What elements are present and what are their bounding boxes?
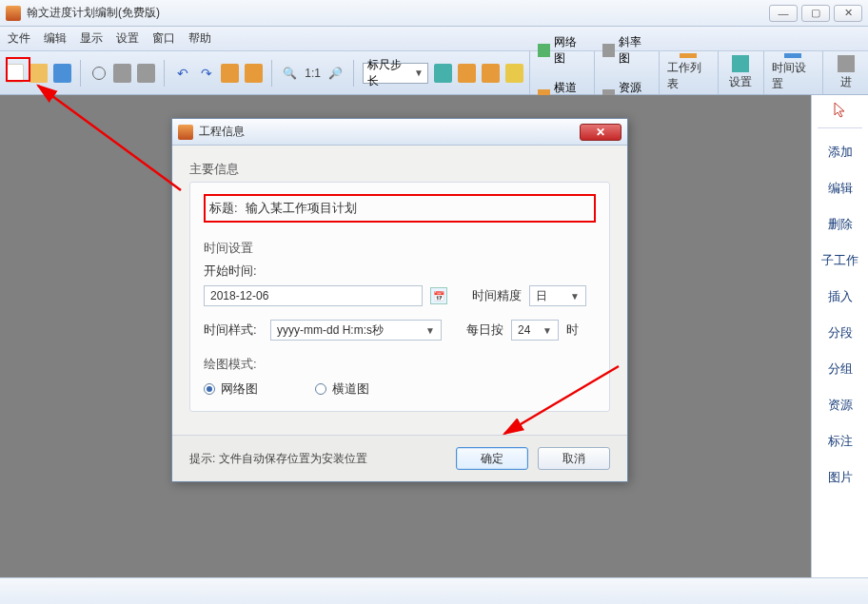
dialog-icon (178, 125, 193, 140)
label-precision: 时间精度 (472, 287, 522, 304)
start-date-value: 2018-12-06 (210, 289, 268, 302)
ok-button[interactable]: 确定 (456, 447, 528, 470)
window-titlebar: 翰文进度计划编制(免费版) — ▢ ✕ (0, 0, 868, 27)
side-insert[interactable]: 插入 (812, 283, 868, 311)
menu-edit[interactable]: 编辑 (44, 30, 67, 47)
section-draw: 绘图模式: (204, 356, 596, 373)
chart-group: 斜率图 资源图 (594, 51, 659, 94)
cancel-button[interactable]: 取消 (538, 447, 610, 470)
start-date-input[interactable]: 2018-12-06 (204, 285, 423, 306)
tool-a-button[interactable] (221, 64, 239, 83)
link-a-button[interactable] (434, 64, 452, 83)
link-c-button[interactable] (482, 64, 500, 83)
ruler-label: 标尺步长 (367, 57, 410, 89)
side-edit[interactable]: 编辑 (812, 174, 868, 203)
dialog-hint: 提示: 文件自动保存位置为安装位置 (189, 451, 446, 467)
view-network[interactable]: 网络图 (554, 34, 586, 67)
side-subtask[interactable]: 子工作 (812, 246, 868, 275)
radio-gantt[interactable]: 横道图 (315, 380, 369, 398)
side-toolbar: 添加 编辑 删除 子工作 插入 分段 分组 资源 标注 图片 (811, 95, 868, 577)
clock-icon (784, 53, 801, 58)
separator (164, 60, 165, 87)
label-daily: 每日按 (466, 321, 503, 339)
dropdown-icon: ▼ (542, 325, 552, 336)
app-icon (6, 6, 21, 21)
find-button[interactable] (245, 64, 263, 83)
search-button[interactable] (89, 64, 108, 83)
link-d-button[interactable] (505, 64, 523, 83)
more-tab[interactable]: 进 (822, 51, 868, 94)
link-b-button[interactable] (458, 64, 476, 83)
more-label: 进 (840, 74, 852, 90)
section-time: 时间设置 (204, 240, 596, 257)
precision-combo[interactable]: 日▼ (529, 285, 586, 306)
zoom-in-button[interactable]: 🔎 (326, 64, 345, 83)
time-format-combo[interactable]: yyyy-mm-dd H:m:s秒▼ (270, 320, 442, 341)
menu-bar: 文件 编辑 显示 设置 窗口 帮助 (0, 27, 868, 51)
restore-button[interactable]: ▢ (801, 5, 830, 22)
zoom-out-button[interactable]: 🔍 (281, 64, 299, 83)
open-file-button[interactable] (30, 64, 48, 83)
settings-tab[interactable]: 设置 (718, 51, 763, 94)
menu-view[interactable]: 显示 (80, 30, 103, 47)
menu-help[interactable]: 帮助 (188, 30, 211, 47)
daily-unit: 时 (566, 321, 579, 339)
worklist-tab[interactable]: 工作列表 (659, 51, 718, 94)
side-split[interactable]: 分段 (812, 319, 868, 347)
side-group[interactable]: 分组 (812, 355, 868, 383)
timesettings-tab[interactable]: 时间设置 (763, 51, 822, 94)
toolbar: ↶ ↷ 🔍 1:1 🔎 标尺步长 ▼ 网络图 横道图 斜率图 资源图 工作列表 … (0, 51, 868, 95)
section-main: 主要信息 (189, 161, 610, 178)
separator (271, 60, 272, 87)
statusbar (0, 577, 868, 604)
view-slope[interactable]: 斜率图 (619, 34, 651, 67)
label-title: 标题: (209, 200, 238, 217)
title-value: 输入某工作项目计划 (246, 200, 357, 217)
window-title: 翰文进度计划编制(免费版) (27, 5, 769, 21)
dropdown-icon: ▼ (425, 325, 435, 336)
dialog-titlebar[interactable]: 工程信息 ✕ (172, 119, 627, 146)
menu-window[interactable]: 窗口 (152, 30, 175, 47)
side-resource[interactable]: 资源 (812, 391, 868, 419)
side-image[interactable]: 图片 (812, 463, 868, 492)
ruler-step-combo[interactable]: 标尺步长 ▼ (363, 63, 428, 84)
network-icon (538, 44, 550, 57)
slope-icon (602, 44, 615, 57)
cursor-icon[interactable] (832, 101, 849, 118)
close-button[interactable]: ✕ (834, 5, 862, 22)
format-value: yyyy-mm-dd H:m:s秒 (277, 322, 384, 339)
calendar-icon[interactable]: 📅 (430, 287, 447, 304)
daily-hours-combo[interactable]: 24▼ (511, 320, 559, 341)
dropdown-icon: ▼ (414, 68, 424, 78)
radio-network[interactable]: 网络图 (204, 380, 258, 398)
label-start: 开始时间: (204, 263, 263, 280)
dialog-close-button[interactable]: ✕ (580, 124, 621, 141)
side-add[interactable]: 添加 (812, 138, 868, 166)
worklist-label: 工作列表 (667, 60, 710, 92)
view-group: 网络图 横道图 (529, 51, 594, 94)
gear-icon (732, 55, 749, 72)
print-button[interactable] (113, 64, 131, 83)
side-annotate[interactable]: 标注 (812, 427, 868, 456)
daily-value: 24 (518, 323, 530, 337)
side-delete[interactable]: 删除 (812, 210, 868, 239)
dropdown-icon: ▼ (570, 291, 580, 302)
print-preview-button[interactable] (137, 64, 155, 83)
radio-gantt-label: 横道图 (332, 380, 369, 398)
separator (353, 60, 354, 87)
menu-settings[interactable]: 设置 (116, 30, 139, 47)
separator (80, 60, 81, 87)
zoom-reset-button[interactable]: 1:1 (305, 67, 321, 80)
minimize-button[interactable]: — (769, 5, 798, 22)
annotation-highlight-new (6, 57, 30, 82)
menu-file[interactable]: 文件 (8, 30, 30, 47)
save-button[interactable] (53, 64, 71, 83)
precision-value: 日 (536, 288, 547, 304)
radio-icon (315, 383, 326, 395)
separator (818, 127, 862, 128)
more-icon (838, 55, 855, 72)
dialog-title: 工程信息 (199, 124, 245, 140)
radio-network-label: 网络图 (221, 380, 258, 398)
redo-button[interactable]: ↷ (197, 64, 215, 83)
undo-button[interactable]: ↶ (173, 64, 191, 83)
